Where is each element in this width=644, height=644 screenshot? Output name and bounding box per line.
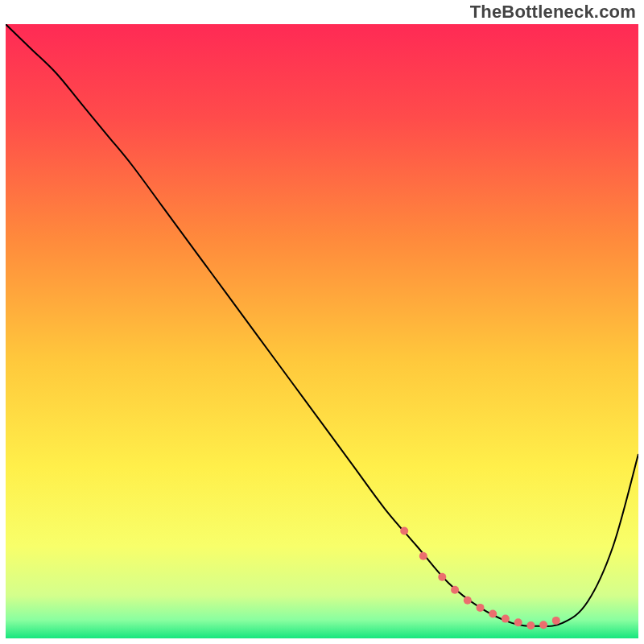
highlight-dot: [419, 552, 427, 560]
highlight-dot: [451, 586, 459, 594]
highlight-dot: [438, 573, 446, 581]
highlight-dot: [552, 617, 560, 625]
highlight-dot: [526, 621, 535, 630]
highlight-dot: [464, 597, 472, 605]
highlight-dot: [539, 621, 547, 629]
highlight-dot: [489, 610, 497, 618]
plot-area: [6, 24, 638, 638]
chart-svg: [6, 24, 638, 638]
highlight-dot: [502, 615, 510, 623]
background-gradient: [6, 24, 638, 638]
watermark-text: TheBottleneck.com: [470, 2, 636, 23]
highlight-dot: [400, 527, 408, 535]
chart-container: TheBottleneck.com: [0, 0, 644, 644]
highlight-dot: [514, 618, 522, 626]
highlight-dot: [477, 604, 485, 612]
